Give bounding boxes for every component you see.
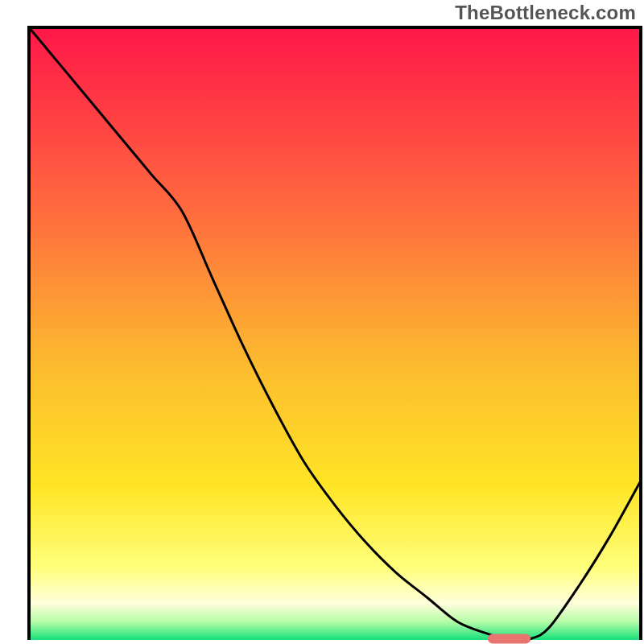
watermark-text: TheBottleneck.com (455, 2, 636, 24)
plot-area (29, 27, 641, 643)
optimal-range-marker (488, 634, 530, 643)
bottleneck-curve-chart (0, 0, 644, 644)
chart-container: TheBottleneck.com (0, 0, 644, 644)
gradient-background (29, 27, 641, 640)
